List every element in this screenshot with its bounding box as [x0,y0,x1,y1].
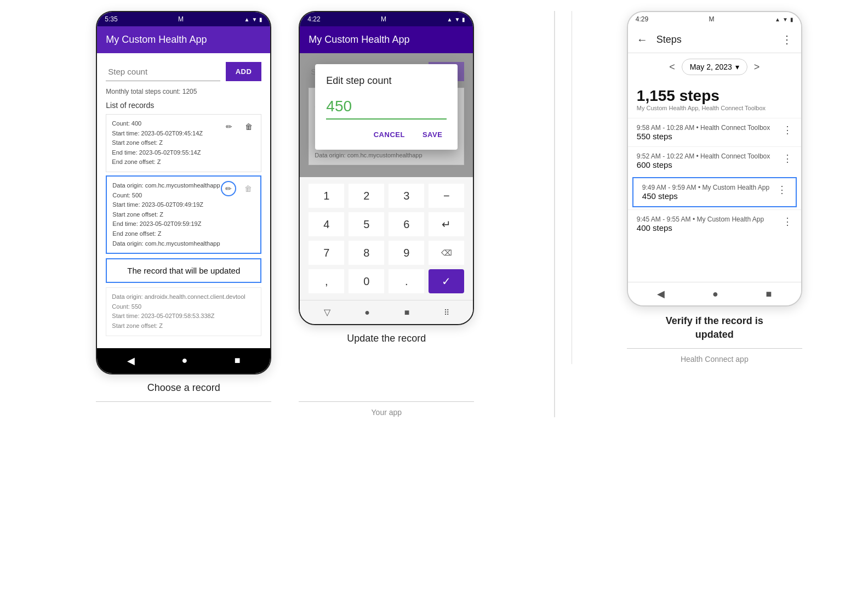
r2-count: Count: 500 [112,191,222,201]
phone1-back-nav[interactable]: ◀ [127,355,135,367]
phone3-r3-more[interactable]: ⋮ [777,184,787,196]
r3-start: Start time: 2023-05-02T09:58:53.338Z [112,311,255,321]
phone2-back-nav[interactable]: ▽ [324,307,330,317]
your-app-text: Your app [372,408,402,417]
phone1-signal-icon: ▲ [244,16,250,22]
numpad-3[interactable]: 3 [389,184,424,208]
phone1-appbar: My Custom Health App [97,26,270,53]
phone2-save-button[interactable]: SAVE [418,128,447,141]
phone1-record1-actions: ✏ 🗑 [221,119,256,134]
hc-app-label: Health Connect app [681,354,749,364]
phone2-email-icon: M [381,15,386,23]
phone1-home-nav[interactable]: ● [181,355,187,366]
phone3-step-subtitle: My Custom Health App, Health Connect Too… [637,105,792,111]
phone1-caption: Choose a record [147,382,220,394]
r2-endzone: End zone offset: Z [112,229,222,239]
phone1-delete-icon-2[interactable]: 🗑 [241,181,256,196]
phone1-recent-nav[interactable]: ■ [235,355,241,366]
numpad-0[interactable]: 0 [349,269,384,293]
phone3-group: 4:29 M ▲ ▼ ▮ ← Steps ⋮ < [627,11,802,364]
numpad-5[interactable]: 5 [349,212,384,236]
numpad-comma[interactable]: , [309,269,344,293]
phone3-toolbar-title: Steps [656,34,781,46]
phone3-r1-more[interactable]: ⋮ [783,124,792,136]
phone3-date-chip[interactable]: May 2, 2023 ▾ [682,59,747,75]
phone3-recent-nav[interactable]: ■ [766,288,772,300]
phone3-battery-icon: ▮ [790,16,793,22]
numpad-minus[interactable]: − [429,184,464,208]
phone3-step-count: 1,155 steps [637,87,792,105]
phone3-record3-info: 9:49 AM - 9:59 AM • My Custom Health App… [642,184,769,201]
phone2-dialog-input[interactable]: 450 [326,95,447,120]
r2-start: Start time: 2023-05-02T09:49:19Z [112,200,222,210]
phone1-group: 5:35 M ▲ ▼ ▮ My Custom Health App [96,11,271,394]
numpad-4[interactable]: 4 [309,212,344,236]
phone2-grid-nav[interactable]: ⠿ [444,308,449,317]
phone3-record-1: 9:58 AM - 10:28 AM • Health Connect Tool… [628,118,801,146]
phone2-time: 4:22 [307,15,320,23]
phone1-add-button[interactable]: ADD [226,62,262,81]
p2r-origin2: Data origin: com.hc.mycustomhealthapp [315,151,458,161]
r2-origin: Data origin: com.hc.mycustomhealthapp [112,181,222,191]
phone3-next-date[interactable]: > [754,61,760,73]
phone1-edit-icon-1[interactable]: ✏ [221,119,237,134]
phone2-cancel-button[interactable]: CANCEL [369,128,409,141]
phone3-nav-bar: ◀ ● ■ [628,282,801,305]
numpad-9[interactable]: 9 [389,241,424,265]
numpad-8[interactable]: 8 [349,241,384,265]
phone1-record-2: Data origin: com.hc.mycustomhealthapp Co… [106,175,261,254]
phone2-home-nav[interactable]: ● [364,308,370,317]
phone3-r3-steps: 450 steps [642,191,769,201]
phone1-step-input[interactable] [106,63,220,81]
phone1-delete-icon-1[interactable]: 🗑 [241,119,256,134]
phone2-caption: Update the record [347,333,426,344]
numpad-2[interactable]: 2 [349,184,384,208]
r3-origin: Data origin: androidx.health.connect.cli… [112,292,255,302]
phone2-recent-nav[interactable]: ■ [404,308,410,317]
phone3-prev-date[interactable]: < [669,61,675,73]
phone2-appbar: My Custom Health App [300,26,473,53]
phone3-record2-info: 9:52 AM - 10:22 AM • Health Connect Tool… [637,152,770,169]
numpad-enter[interactable]: ↵ [429,212,464,236]
phone3-r2-more[interactable]: ⋮ [783,152,792,164]
phone3-r3-time: 9:49 AM - 9:59 AM • My Custom Health App [642,184,769,191]
phone3-time: 4:29 [636,15,648,23]
phone2-nav-bar: ▽ ● ■ ⠿ [300,300,473,324]
r1-count: Count: 400 [112,119,222,129]
phone3-frame: 4:29 M ▲ ▼ ▮ ← Steps ⋮ < [627,11,802,306]
r1-start: Start time: 2023-05-02T09:45:14Z [112,129,222,139]
left-labels [22,398,549,405]
phone3-status-icons: ▲ ▼ ▮ [775,16,793,22]
numpad-6[interactable]: 6 [389,212,424,236]
phone3-spacer [628,238,801,282]
main-layout: 5:35 M ▲ ▼ ▮ My Custom Health App [22,11,846,417]
phone1-edit-icon-2[interactable]: ✏ [221,181,236,196]
r3-startzone: Start zone offset: Z [112,321,255,331]
phone3-status-bar: 4:29 M ▲ ▼ ▮ [628,12,801,26]
numpad-backspace[interactable]: ⌫ [429,241,464,265]
phone3-back-nav[interactable]: ◀ [657,288,665,300]
phone1-search-row: ADD [106,62,261,81]
phone3-back-icon[interactable]: ← [637,33,648,46]
phone3-record-2: 9:52 AM - 10:22 AM • Health Connect Tool… [628,146,801,175]
numpad-7[interactable]: 7 [309,241,344,265]
phone1-record-3: Data origin: androidx.health.connect.cli… [106,287,261,336]
r1-startzone: Start zone offset: Z [112,138,222,148]
your-app-label-container: Your app [22,407,549,417]
phone2-group: 4:22 M ▲ ▼ ▮ My Custom Health App [299,11,474,344]
numpad-dot[interactable]: . [389,269,424,293]
phone3-r4-more[interactable]: ⋮ [783,215,792,228]
phone1-list-header: List of records [106,101,261,110]
phone1-email-icon: M [178,15,184,23]
phone3-date-text: May 2, 2023 [690,63,732,71]
numpad-confirm[interactable]: ✓ [429,269,464,293]
phone3-home-nav[interactable]: ● [712,288,718,300]
right-column: 4:29 M ▲ ▼ ▮ ← Steps ⋮ < [572,11,846,364]
phone3-more-icon[interactable]: ⋮ [781,33,792,46]
numpad-1[interactable]: 1 [309,184,344,208]
phone1-status-bar: 5:35 M ▲ ▼ ▮ [97,12,270,26]
phone3-r2-time: 9:52 AM - 10:22 AM • Health Connect Tool… [637,152,770,160]
phone3-chevron-icon: ▾ [735,63,739,71]
r3-count: Count: 550 [112,302,255,312]
phone3-date-nav: < May 2, 2023 ▾ > [628,53,801,81]
